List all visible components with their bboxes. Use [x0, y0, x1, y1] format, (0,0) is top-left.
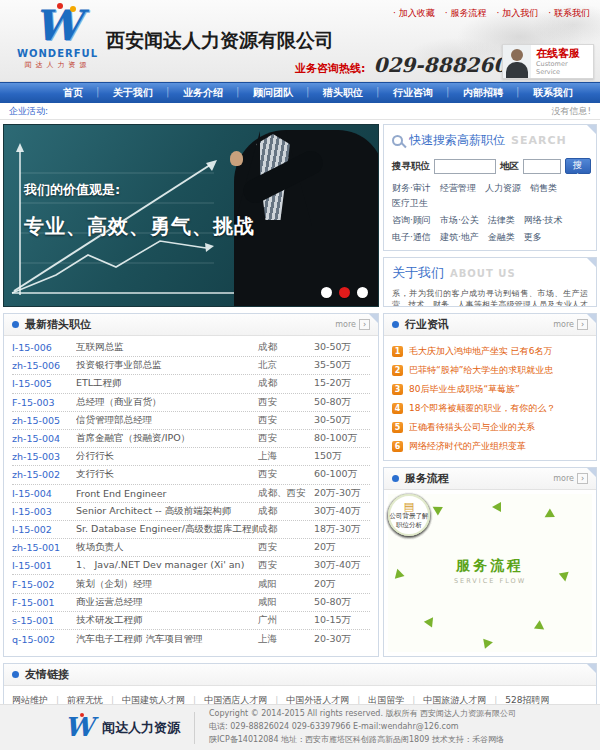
- job-title-link[interactable]: 支行行长: [76, 468, 258, 481]
- nav-item[interactable]: 猎头职位: [308, 86, 378, 100]
- job-code-link[interactable]: zh-15-003: [12, 451, 76, 462]
- news-item[interactable]: 3 80后毕业生成职场“草莓族”: [392, 380, 588, 399]
- carousel-dot-active[interactable]: [339, 287, 350, 298]
- category-link[interactable]: 财务·审计: [392, 182, 431, 195]
- job-code-link[interactable]: zh-15-005: [12, 415, 76, 426]
- job-row[interactable]: q-15-002 汽车电子工程师 汽车项目管理 上海 20-30万: [12, 630, 370, 648]
- job-title-link[interactable]: 牧场负责人: [76, 541, 258, 554]
- job-title-link[interactable]: 汽车电子工程师 汽车项目管理: [76, 633, 258, 646]
- category-link[interactable]: 医疗卫生: [392, 197, 428, 210]
- news-link[interactable]: 80后毕业生成职场“草莓族”: [409, 383, 520, 396]
- job-title-link[interactable]: 商业运营总经理: [76, 596, 258, 609]
- job-code-link[interactable]: I-15-005: [12, 378, 76, 389]
- flow-more-button[interactable]: more ›: [553, 473, 588, 484]
- news-link[interactable]: 毛大庆加入鸿坤地产坐实 已有6名万: [409, 345, 553, 358]
- carousel-dot[interactable]: [321, 287, 332, 298]
- category-link[interactable]: 电子·通信: [392, 231, 431, 244]
- job-code-link[interactable]: F-15-001: [12, 597, 76, 608]
- job-row[interactable]: F-15-001 商业运营总经理 咸阳 50-80万: [12, 594, 370, 612]
- job-title-link[interactable]: 互联网总监: [76, 341, 258, 354]
- jobs-more-button[interactable]: more ›: [335, 319, 370, 330]
- logo[interactable]: W WONDERFUL 闻达人力资源: [10, 4, 105, 70]
- category-link[interactable]: 经营管理: [440, 182, 476, 195]
- job-row[interactable]: zh-15-001 牧场负责人 西安 20万: [12, 539, 370, 557]
- job-row[interactable]: zh-15-006 投资银行事业部总监 北京 35-50万: [12, 357, 370, 375]
- job-row[interactable]: F-15-002 策划（企划）经理 咸阳 20万: [12, 575, 370, 593]
- job-code-link[interactable]: I-15-006: [12, 342, 76, 353]
- job-code-link[interactable]: I-15-001: [12, 560, 76, 571]
- job-code-link[interactable]: s-15-001: [12, 615, 76, 626]
- top-link[interactable]: 加入收藏: [393, 7, 435, 20]
- job-title-link[interactable]: 总经理（商业百货）: [76, 396, 258, 409]
- job-row[interactable]: zh-15-002 支行行长 西安 60-100万: [12, 466, 370, 484]
- top-link[interactable]: 服务流程: [445, 7, 487, 20]
- category-link[interactable]: 更多: [524, 231, 542, 244]
- news-item[interactable]: 4 18个即将被颠覆的职业，有你的么？: [392, 399, 588, 418]
- job-row[interactable]: zh-15-004 首席金融官（投融资/IPO） 西安 80-100万: [12, 430, 370, 448]
- job-code-link[interactable]: q-15-002: [12, 634, 76, 645]
- nav-item[interactable]: 联系我们: [518, 86, 588, 100]
- online-customer-service-button[interactable]: 在线客服 Customer Service: [502, 44, 594, 79]
- job-title-link[interactable]: 策划（企划）经理: [76, 578, 258, 591]
- job-title-link[interactable]: 1、 Java/.NET Dev manager (Xi' an): [76, 559, 258, 572]
- job-row[interactable]: I-15-006 互联网总监 成都 30-50万: [12, 339, 370, 357]
- job-row[interactable]: I-15-001 1、 Java/.NET Dev manager (Xi' a…: [12, 557, 370, 575]
- job-code-link[interactable]: F-15-003: [12, 397, 76, 408]
- job-title-link[interactable]: 技术研发工程师: [76, 614, 258, 627]
- category-link[interactable]: 法律类: [488, 214, 515, 227]
- news-more-button[interactable]: more ›: [553, 319, 588, 330]
- job-code-link[interactable]: I-15-002: [12, 524, 76, 535]
- news-link[interactable]: 18个即将被颠覆的职业，有你的么？: [409, 402, 555, 415]
- category-link[interactable]: 市场·公关: [440, 214, 479, 227]
- news-link[interactable]: 网络经济时代的产业组织变革: [409, 440, 526, 453]
- job-code-link[interactable]: zh-15-001: [12, 542, 76, 553]
- category-link[interactable]: 建筑·地产: [440, 231, 479, 244]
- job-row[interactable]: I-15-004 Front End Engineer 成都、西安 20万-30…: [12, 485, 370, 503]
- nav-item[interactable]: 行业咨询: [378, 86, 448, 100]
- nav-item[interactable]: 关于我们: [98, 86, 168, 100]
- carousel-dots: [321, 287, 368, 298]
- job-row[interactable]: zh-15-005 信贷管理部总经理 西安 30-50万: [12, 412, 370, 430]
- top-link[interactable]: 加入我们: [497, 7, 539, 20]
- job-code-link[interactable]: I-15-003: [12, 506, 76, 517]
- category-link[interactable]: 人力资源: [485, 182, 521, 195]
- job-row[interactable]: I-15-002 Sr. Database Engineer/高级数据库工程师 …: [12, 521, 370, 539]
- job-row[interactable]: I-15-005 ETL工程师 成都 15-20万: [12, 375, 370, 393]
- news-link[interactable]: 巴菲特“股神”给大学生的求职就业忠: [409, 364, 553, 377]
- nav-item[interactable]: 业务介绍: [168, 86, 238, 100]
- nav-item[interactable]: 顾问团队: [238, 86, 308, 100]
- job-code-link[interactable]: F-15-002: [12, 579, 76, 590]
- job-code-link[interactable]: zh-15-002: [12, 469, 76, 480]
- job-title-link[interactable]: 分行行长: [76, 450, 258, 463]
- job-row[interactable]: zh-15-003 分行行长 上海 150万: [12, 448, 370, 466]
- category-link[interactable]: 网络·技术: [524, 214, 563, 227]
- job-row[interactable]: s-15-001 技术研发工程师 广州 10-15万: [12, 612, 370, 630]
- job-title-link[interactable]: Sr. Database Engineer/高级数据库工程师: [76, 523, 258, 536]
- carousel-dot[interactable]: [357, 287, 368, 298]
- category-link[interactable]: 金融类: [488, 231, 515, 244]
- nav-item[interactable]: 内部招聘: [448, 86, 518, 100]
- nav-item[interactable]: 首页: [48, 86, 98, 100]
- job-title-link[interactable]: 首席金融官（投融资/IPO）: [76, 432, 258, 445]
- job-title-link[interactable]: 投资银行事业部总监: [76, 359, 258, 372]
- top-link[interactable]: 联系我们: [548, 7, 590, 20]
- job-title-link[interactable]: 信贷管理部总经理: [76, 414, 258, 427]
- news-link[interactable]: 正确看待猎头公司与企业的关系: [409, 421, 535, 434]
- news-item[interactable]: 6 网络经济时代的产业组织变革: [392, 437, 588, 456]
- job-row[interactable]: I-15-003 Senior Architect -- 高级前端架构师 成都 …: [12, 503, 370, 521]
- job-code-link[interactable]: zh-15-006: [12, 360, 76, 371]
- job-title-link[interactable]: Senior Architect -- 高级前端架构师: [76, 505, 258, 518]
- job-search-input[interactable]: [434, 159, 496, 174]
- category-link[interactable]: 咨询·顾问: [392, 214, 431, 227]
- job-title-link[interactable]: Front End Engineer: [76, 488, 258, 499]
- search-button[interactable]: 搜索: [565, 158, 591, 174]
- category-link[interactable]: 销售类: [530, 182, 557, 195]
- job-row[interactable]: F-15-003 总经理（商业百货） 西安 50-80万: [12, 394, 370, 412]
- news-item[interactable]: 1 毛大庆加入鸿坤地产坐实 已有6名万: [392, 342, 588, 361]
- job-code-link[interactable]: zh-15-004: [12, 433, 76, 444]
- news-item[interactable]: 2 巴菲特“股神”给大学生的求职就业忠: [392, 361, 588, 380]
- news-item[interactable]: 5 正确看待猎头公司与企业的关系: [392, 418, 588, 437]
- job-title-link[interactable]: ETL工程师: [76, 377, 258, 390]
- area-search-input[interactable]: [523, 159, 561, 174]
- job-code-link[interactable]: I-15-004: [12, 488, 76, 499]
